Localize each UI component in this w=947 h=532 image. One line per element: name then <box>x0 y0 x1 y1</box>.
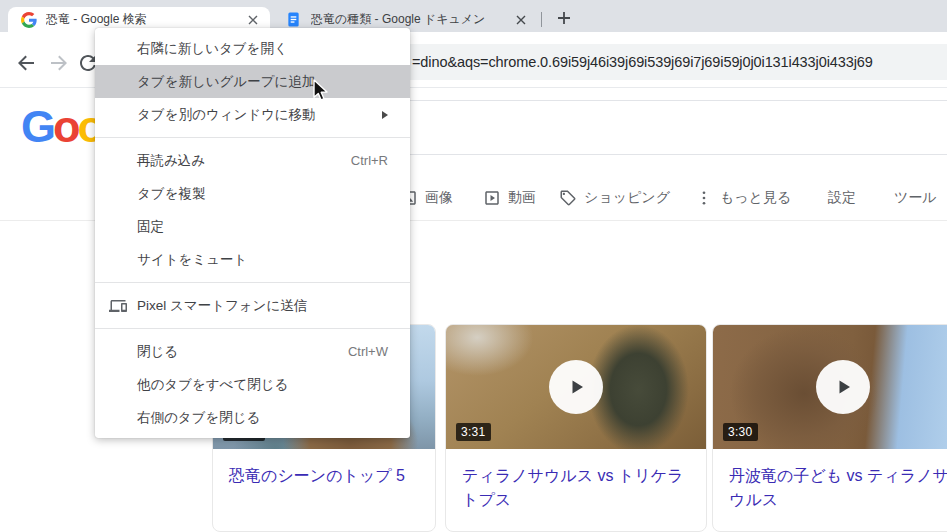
forward-arrow-icon <box>47 51 71 75</box>
tab-label: ショッピング <box>584 189 670 207</box>
tab-title: 恐竜 - Google 検索 <box>46 11 244 28</box>
plus-icon <box>557 11 571 25</box>
mouse-cursor-icon <box>312 79 330 107</box>
new-tab-button[interactable] <box>551 5 577 31</box>
tag-icon <box>559 189 577 207</box>
menu-item-close-other-tabs[interactable]: 他のタブをすべて閉じる <box>95 368 410 401</box>
video-card[interactable]: 3:31 ティラノサウルス vs トリケラトプス <box>445 324 707 532</box>
tab-label: 設定 <box>828 189 856 207</box>
video-title[interactable]: 丹波竜の子ども vs ティラノサウルス <box>713 449 947 512</box>
play-button-icon[interactable] <box>816 360 870 414</box>
shortcut-label: Ctrl+W <box>348 344 388 359</box>
tab-context-menu: 右隣に新しいタブを開く タブを新しいグループに追加 タブを別のウィンドウに移動 … <box>95 28 410 438</box>
menu-item-close-tabs-to-right[interactable]: 右側のタブを閉じる <box>95 401 410 434</box>
menu-separator <box>95 282 410 283</box>
video-thumbnail[interactable]: 3:30 <box>713 325 947 449</box>
video-duration: 3:30 <box>723 423 758 441</box>
back-button[interactable] <box>14 51 38 75</box>
menu-item-pin[interactable]: 固定 <box>95 210 410 243</box>
video-thumbnail[interactable]: 3:31 <box>446 325 706 449</box>
menu-item-send-to-pixel[interactable]: Pixel スマートフォンに送信 <box>95 289 410 322</box>
menu-separator <box>95 137 410 138</box>
tab-title: 恐竜の種類 - Google ドキュメン <box>311 11 512 28</box>
tab-label: 動画 <box>508 189 536 207</box>
tab-label: もっと見る <box>720 189 791 207</box>
video-duration: 3:31 <box>456 423 491 441</box>
url-text[interactable]: =dino&aqs=chrome.0.69i59j46i39j69i539j69… <box>412 54 947 70</box>
menu-item-new-tab-right[interactable]: 右隣に新しいタブを開く <box>95 32 410 65</box>
google-g-favicon-icon <box>21 12 37 28</box>
menu-item-mute-site[interactable]: サイトをミュート <box>95 243 410 276</box>
menu-item-add-tab-to-new-group[interactable]: タブを新しいグループに追加 <box>95 65 410 98</box>
tab-shopping[interactable]: ショッピング <box>559 187 670 209</box>
tab-divider <box>541 12 542 27</box>
menu-item-reload[interactable]: 再読み込み Ctrl+R <box>95 144 410 177</box>
menu-separator <box>95 328 410 329</box>
close-icon[interactable] <box>244 11 262 29</box>
link-settings[interactable]: 設定 <box>828 187 856 209</box>
tab-more[interactable]: もっと見る <box>695 187 791 209</box>
video-card[interactable]: 3:30 丹波竜の子ども vs ティラノサウルス <box>712 324 947 532</box>
logo-letter: o <box>53 101 78 152</box>
logo-letter: G <box>21 101 53 152</box>
tab-label: ツール <box>894 189 937 207</box>
google-docs-favicon-icon <box>286 12 302 28</box>
menu-item-move-tab-to-window[interactable]: タブを別のウィンドウに移動 <box>95 98 410 131</box>
devices-icon <box>109 297 127 315</box>
play-button-icon[interactable] <box>549 360 603 414</box>
more-vert-icon <box>695 189 713 207</box>
back-arrow-icon <box>14 51 38 75</box>
video-icon <box>483 189 501 207</box>
link-tools[interactable]: ツール <box>894 187 937 209</box>
video-title[interactable]: 恐竜のシーンのトップ 5 <box>213 449 435 488</box>
video-title[interactable]: ティラノサウルス vs トリケラトプス <box>446 449 706 512</box>
forward-button[interactable] <box>47 51 71 75</box>
submenu-arrow-icon <box>382 111 388 119</box>
menu-item-duplicate-tab[interactable]: タブを複製 <box>95 177 410 210</box>
close-icon[interactable] <box>512 11 530 29</box>
tab-videos[interactable]: 動画 <box>483 187 536 209</box>
menu-item-close[interactable]: 閉じる Ctrl+W <box>95 335 410 368</box>
shortcut-label: Ctrl+R <box>351 153 388 168</box>
tab-label: 画像 <box>425 189 453 207</box>
